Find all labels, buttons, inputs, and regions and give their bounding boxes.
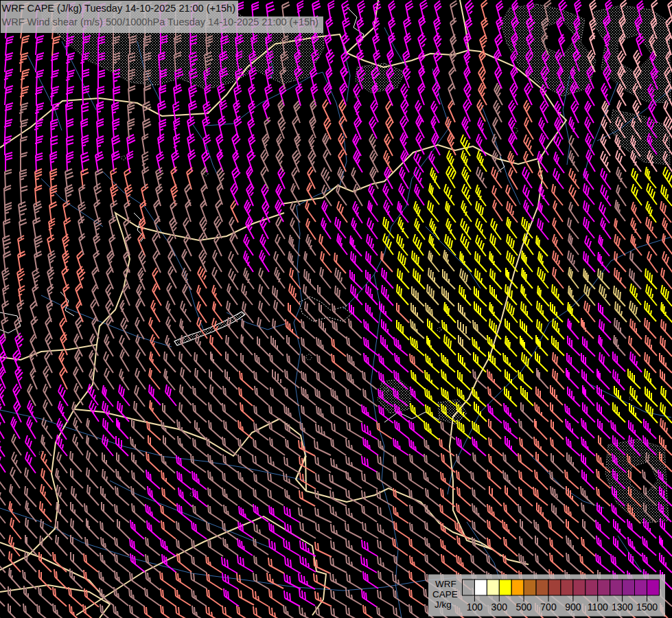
svg-text:1100: 1100: [588, 602, 608, 613]
svg-text:100: 100: [467, 602, 483, 613]
svg-text:700: 700: [540, 602, 557, 613]
svg-text:900: 900: [565, 602, 581, 613]
svg-text:WRF CAPE (J/kg) Tuesday 14-10-: WRF CAPE (J/kg) Tuesday 14-10-2025 21:00…: [2, 3, 236, 14]
svg-text:WRF: WRF: [435, 579, 456, 589]
svg-text:CAPE: CAPE: [432, 589, 458, 599]
svg-text:1500: 1500: [636, 602, 658, 613]
svg-text:300: 300: [491, 602, 508, 613]
svg-text:1300: 1300: [612, 602, 633, 613]
svg-text:500: 500: [515, 602, 532, 613]
svg-text:J/kg: J/kg: [435, 599, 452, 610]
svg-text:WRF Wind shear (m/s) 500/1000h: WRF Wind shear (m/s) 500/1000hPa Tuesday…: [2, 16, 318, 27]
